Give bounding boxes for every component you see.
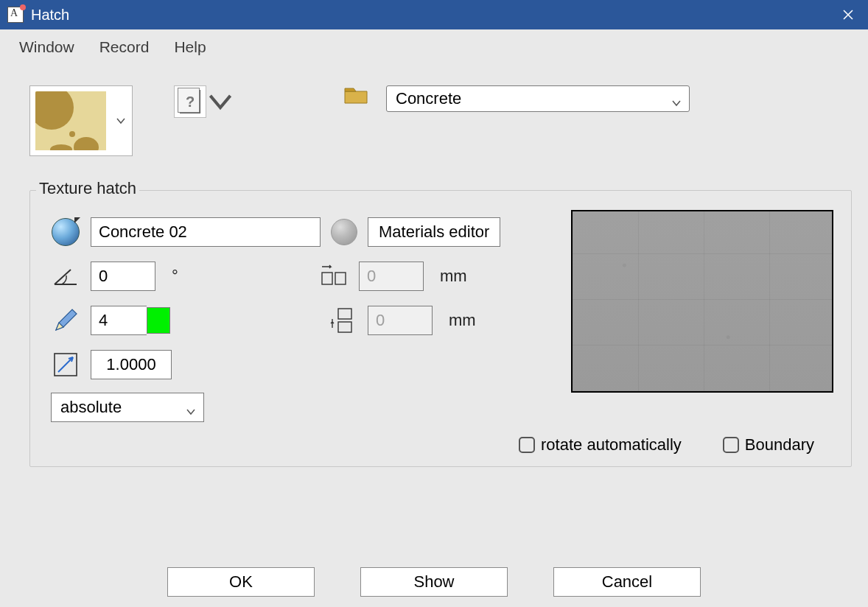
material-name-input[interactable]: Concrete 02	[91, 217, 321, 247]
scale-icon	[51, 350, 80, 379]
pen-input[interactable]: 4	[91, 306, 147, 335]
top-row: Concrete	[29, 85, 852, 156]
library-row	[174, 85, 234, 118]
width-offset-input[interactable]: 0	[359, 262, 424, 291]
material-icon	[51, 217, 80, 247]
menu-record[interactable]: Record	[99, 38, 150, 56]
height-offset-input[interactable]: 0	[368, 306, 433, 335]
material-sphere-icon	[331, 219, 357, 245]
pen-input-group: 4	[91, 306, 170, 335]
chevron-down-icon	[186, 402, 196, 421]
chevron-down-icon	[671, 94, 682, 113]
height-unit: mm	[443, 311, 476, 330]
category-select[interactable]: Concrete	[386, 85, 690, 112]
category-value: Concrete	[396, 89, 461, 108]
ok-button[interactable]: OK	[167, 567, 315, 597]
pen-color-swatch[interactable]	[147, 307, 170, 334]
mode-value: absolute	[60, 398, 122, 417]
checkbox-icon	[519, 437, 535, 453]
texture-hatch-group: Texture hatch Concrete 02 Materials edit…	[29, 190, 852, 467]
angle-input[interactable]: 0	[91, 262, 155, 291]
hatch-type-selector[interactable]	[29, 85, 133, 156]
dialog-buttons: OK Show Cancel	[0, 567, 868, 597]
close-button[interactable]	[834, 7, 868, 24]
menu-help[interactable]: Help	[174, 38, 206, 56]
rotate-checkbox[interactable]: rotate automatically	[519, 435, 682, 455]
boundary-label: Boundary	[745, 435, 814, 455]
angle-unit: °	[166, 267, 188, 286]
materials-editor-button[interactable]: Materials editor	[368, 217, 500, 247]
rotate-label: rotate automatically	[541, 435, 682, 455]
width-offset-icon	[319, 262, 349, 291]
library-dropdown[interactable]	[206, 85, 234, 118]
checkbox-row: rotate automatically Boundary	[519, 435, 814, 455]
window-title: Hatch	[31, 7, 834, 24]
library-icon	[180, 90, 200, 113]
pen-icon	[51, 306, 80, 335]
group-legend: Texture hatch	[36, 179, 139, 198]
width-unit: mm	[434, 267, 467, 286]
material-ball-button[interactable]	[331, 219, 357, 245]
library-button[interactable]	[174, 85, 206, 118]
close-icon	[843, 10, 853, 20]
svg-rect-3	[338, 322, 351, 332]
app-icon	[7, 7, 24, 23]
texture-preview	[571, 210, 833, 393]
show-button[interactable]: Show	[360, 567, 508, 597]
cancel-button[interactable]: Cancel	[553, 567, 701, 597]
chevron-down-icon	[206, 88, 234, 116]
mode-select[interactable]: absolute	[51, 393, 204, 422]
menu-bar: Window Record Help	[0, 29, 868, 65]
content-area: Concrete Texture hatch Concrete 02 Mater…	[0, 65, 868, 607]
folder-icon	[343, 85, 368, 106]
checkbox-icon	[723, 437, 739, 453]
title-bar: Hatch	[0, 0, 868, 29]
svg-rect-1	[335, 273, 346, 284]
svg-rect-2	[338, 309, 351, 319]
chevron-down-icon	[116, 116, 126, 129]
angle-icon	[51, 262, 80, 291]
scale-input[interactable]: 1.0000	[91, 350, 172, 379]
boundary-checkbox[interactable]: Boundary	[723, 435, 814, 455]
hatch-thumbnail	[35, 91, 106, 150]
menu-window[interactable]: Window	[19, 38, 74, 56]
svg-rect-0	[322, 273, 332, 284]
height-offset-icon	[328, 306, 357, 335]
